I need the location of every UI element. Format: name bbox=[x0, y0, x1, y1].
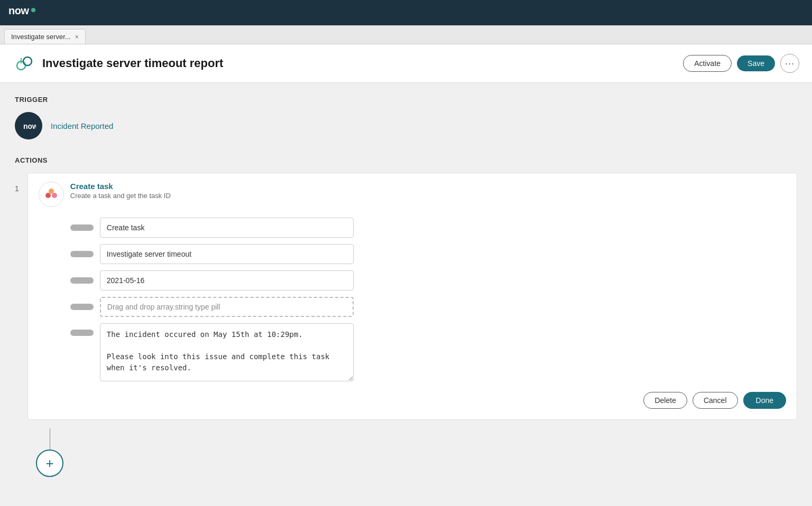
more-options-button[interactable]: ··· bbox=[780, 54, 799, 73]
header-left: Investigate server timeout report bbox=[13, 53, 223, 74]
actions-section: ACTIONS 1 Create task bbox=[15, 156, 797, 420]
tab-bar: Investigate server... × bbox=[0, 25, 812, 44]
svg-point-1 bbox=[31, 8, 35, 12]
trigger-section: TRIGGER now Incident Reported bbox=[15, 96, 797, 139]
trigger-link[interactable]: Incident Reported bbox=[51, 121, 113, 130]
activate-button[interactable]: Activate bbox=[683, 55, 732, 72]
action-card: Create task Create a task and get the ta… bbox=[27, 173, 797, 420]
svg-text:now: now bbox=[8, 5, 29, 16]
main-content: TRIGGER now Incident Reported ACTIONS 1 bbox=[0, 83, 812, 506]
add-action-button[interactable]: + bbox=[36, 449, 63, 477]
action-number: 1 bbox=[15, 173, 19, 193]
page-icon bbox=[13, 53, 34, 74]
done-button[interactable]: Done bbox=[743, 392, 786, 409]
field-row-5: The incident occured on May 15th at 10:2… bbox=[70, 323, 786, 381]
page-title: Investigate server timeout report bbox=[42, 57, 223, 70]
field-drop-zone[interactable]: Drag and drop array.string type pill bbox=[100, 297, 354, 317]
actions-section-label: ACTIONS bbox=[15, 156, 797, 164]
field-label-bar bbox=[70, 224, 94, 231]
svg-point-3 bbox=[23, 57, 32, 65]
form-fields: Drag and drop array.string type pill The… bbox=[70, 218, 786, 381]
field-label-bar-3 bbox=[70, 277, 94, 284]
field-row-3 bbox=[70, 270, 786, 291]
action-item-1: 1 Create task Create a task and ge bbox=[15, 173, 797, 420]
field-row-2 bbox=[70, 244, 786, 264]
field-label-bar-2 bbox=[70, 251, 94, 257]
action-icon bbox=[39, 182, 64, 207]
page-header: Investigate server timeout report Activa… bbox=[0, 44, 812, 83]
cancel-button[interactable]: Cancel bbox=[693, 392, 738, 409]
save-button[interactable]: Save bbox=[737, 55, 775, 71]
field-row-1 bbox=[70, 218, 786, 238]
field-label-bar-5 bbox=[70, 330, 94, 336]
field-label-bar-4 bbox=[70, 304, 94, 310]
svg-text:now: now bbox=[23, 122, 36, 130]
trigger-item: now Incident Reported bbox=[15, 112, 797, 139]
tab-close-button[interactable]: × bbox=[75, 34, 79, 40]
action-info: Create task Create a task and get the ta… bbox=[70, 182, 171, 200]
svg-point-6 bbox=[45, 193, 51, 198]
add-section: + bbox=[15, 428, 797, 477]
action-header: Create task Create a task and get the ta… bbox=[39, 182, 786, 207]
field-row-4: Drag and drop array.string type pill bbox=[70, 297, 786, 317]
tab-label: Investigate server... bbox=[11, 33, 71, 41]
action-footer: Delete Cancel Done bbox=[39, 392, 786, 409]
trigger-icon: now bbox=[15, 112, 42, 139]
tab-investigate-server[interactable]: Investigate server... × bbox=[4, 29, 86, 44]
field-input-short-desc[interactable] bbox=[100, 244, 354, 264]
header-actions: Activate Save ··· bbox=[683, 54, 799, 73]
add-connector-line bbox=[50, 428, 50, 449]
field-input-date[interactable] bbox=[100, 270, 354, 291]
top-navigation: now bbox=[0, 0, 812, 25]
action-subtitle: Create a task and get the task ID bbox=[70, 192, 171, 200]
field-textarea-description[interactable]: The incident occured on May 15th at 10:2… bbox=[100, 323, 354, 381]
now-logo: now bbox=[8, 5, 36, 21]
delete-button[interactable]: Delete bbox=[643, 392, 687, 409]
trigger-section-label: TRIGGER bbox=[15, 96, 797, 104]
svg-point-8 bbox=[49, 189, 54, 194]
action-title[interactable]: Create task bbox=[70, 182, 171, 191]
field-input-name[interactable] bbox=[100, 218, 354, 238]
svg-point-7 bbox=[52, 193, 57, 198]
